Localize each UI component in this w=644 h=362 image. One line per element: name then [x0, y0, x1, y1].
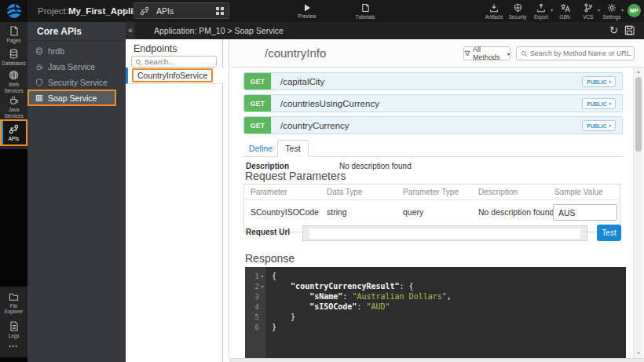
artifacts-label: Artifacts: [485, 14, 503, 20]
sidebar-item-java-services[interactable]: Java Services: [0, 94, 27, 119]
horizontal-scrollbar[interactable]: [229, 358, 644, 362]
response-code-editor[interactable]: 1▾ 2▾ 3 4 5 6 { "countryCurrencyResult":…: [245, 267, 626, 358]
endpoints-title: Endpoints: [134, 43, 177, 54]
refresh-icon[interactable]: ↻: [609, 22, 618, 39]
core-api-item-label: Security Service: [48, 78, 108, 87]
core-api-item-label: hrdb: [48, 46, 64, 56]
scroll-down-icon[interactable]: ▼: [634, 350, 643, 355]
column-header: Data Type: [327, 185, 362, 200]
tutorials-label: Tutorials: [356, 14, 375, 20]
app-logo[interactable]: [0, 0, 27, 22]
wavemaker-logo-icon: [6, 3, 22, 19]
settings-gear-icon: [607, 3, 617, 13]
vcs-button[interactable]: VCS ▾: [576, 2, 600, 21]
sidebar-item-pages[interactable]: Pages: [0, 24, 27, 46]
tab-define[interactable]: Define: [246, 140, 276, 157]
core-apis-title: Core APIs: [27, 22, 126, 41]
collapse-panel-button[interactable]: «: [126, 22, 135, 39]
preview-label: Preview: [298, 13, 316, 19]
endpoint-path: /countryCurrency: [280, 121, 349, 130]
preview-button[interactable]: Preview: [290, 2, 324, 21]
core-api-item-security-service[interactable]: Security Service: [27, 75, 126, 90]
selected-indicator: [2, 121, 3, 144]
endpoint-item-label: CountryInfoService: [132, 68, 213, 82]
fold-icon[interactable]: ▾: [259, 273, 265, 279]
request-url-box: [302, 225, 587, 241]
sidebar-item-file-explorer[interactable]: File Explorer: [0, 290, 27, 316]
method-search-input[interactable]: [530, 48, 632, 59]
shield-icon: [35, 79, 43, 86]
test-button[interactable]: Test: [597, 225, 621, 241]
sidebar-item-label: Databases: [2, 60, 25, 67]
save-icon[interactable]: [624, 25, 635, 35]
apps-grid-icon[interactable]: [216, 7, 224, 15]
dropdown-caret-icon: ▾: [609, 123, 611, 128]
sidebar-item-label: APIs: [9, 136, 19, 142]
security-button[interactable]: Security: [506, 2, 529, 21]
coffee-icon: [9, 95, 19, 105]
search-icon: [135, 59, 142, 66]
user-avatar[interactable]: MP: [628, 4, 641, 17]
sidebar-more-button[interactable]: •••: [0, 343, 27, 349]
access-dropdown[interactable]: PUBLIC ▾: [582, 76, 616, 87]
settings-label: Settings: [603, 14, 621, 20]
sidebar-top-group: Pages Databases Web Services: [0, 22, 27, 149]
settings-button[interactable]: Settings ▾: [600, 2, 624, 21]
i18n-label: I18N: [559, 14, 569, 20]
sample-value-input[interactable]: [553, 204, 617, 221]
core-apis-panel: Core APIs hrdb Java Service Security Ser…: [27, 22, 126, 362]
table-header-row: Parameter Data Type Parameter Type Descr…: [244, 185, 620, 200]
param-description: No description found: [478, 200, 554, 225]
export-button[interactable]: Export ▾: [529, 2, 553, 21]
core-api-item-java-service[interactable]: Java Service: [27, 59, 126, 75]
methods-filter-dropdown[interactable]: All Methods ▾: [463, 46, 510, 60]
column-header: Description: [478, 185, 518, 200]
response-title: Response: [245, 252, 295, 265]
sidebar-item-apis[interactable]: APIs: [0, 119, 27, 146]
column-header: Parameter: [251, 185, 287, 200]
preview-play-icon: [303, 4, 311, 12]
endpoint-row-countrycurrency[interactable]: GET /countryCurrency PUBLIC ▾: [243, 116, 623, 134]
security-shield-icon: [514, 3, 522, 13]
sidebar-item-web-services[interactable]: Web Services: [0, 69, 27, 94]
i18n-button[interactable]: I18N: [553, 2, 576, 21]
access-dropdown[interactable]: PUBLIC ▾: [582, 98, 616, 109]
dropdown-caret-icon: ▾: [609, 79, 611, 84]
sidebar-item-logs[interactable]: Logs: [0, 318, 27, 342]
method-search-box: [516, 46, 635, 60]
artifacts-button[interactable]: Artifacts: [482, 2, 506, 21]
core-api-item-hrdb[interactable]: hrdb: [27, 43, 126, 59]
vcs-branch-icon: [584, 3, 593, 13]
sidebar-item-label: Java Services: [0, 107, 27, 119]
application-breadcrumb: Application: PM_10 > Soap Service: [154, 22, 284, 39]
gutter-line: 4: [245, 302, 265, 312]
column-header: Parameter Type: [403, 185, 459, 200]
param-type: query: [403, 200, 423, 225]
endpoints-search-input[interactable]: [145, 57, 215, 67]
main-content: /countryInfo All Methods ▾ GET /capitalC…: [223, 39, 644, 362]
param-name: SCountryISOCode: [251, 200, 319, 225]
core-api-item-label: Java Service: [48, 62, 95, 71]
api-icon: [140, 6, 149, 16]
scroll-up-icon[interactable]: ▲: [634, 69, 643, 74]
left-sidebar: Pages Databases Web Services: [0, 22, 27, 362]
dropdown-caret-icon: ▾: [609, 101, 611, 106]
vertical-scrollbar[interactable]: ▲ ▼: [633, 68, 643, 358]
endpoint-item-countryinfoservice[interactable]: CountryInfoService: [126, 68, 223, 84]
gutter-line: 3: [245, 291, 265, 302]
editor-code-area[interactable]: { "countryCurrencyResult": { "sName": "A…: [265, 267, 626, 358]
access-dropdown[interactable]: PUBLIC ▾: [582, 120, 616, 131]
fold-icon[interactable]: ▾: [259, 283, 265, 289]
core-api-item-soap-service[interactable]: Soap Service: [27, 90, 116, 106]
request-url-input[interactable]: [309, 229, 580, 239]
endpoint-row-countriesusingcurrency[interactable]: GET /countriesUsingCurrency PUBLIC ▾: [243, 94, 623, 112]
sidebar-item-databases[interactable]: Databases: [0, 46, 27, 69]
core-api-item-label: Soap Service: [48, 93, 97, 103]
workspace-tab-apis[interactable]: APIs: [134, 2, 229, 19]
endpoint-row-capitalcity[interactable]: GET /capitalCity PUBLIC ▾: [243, 72, 623, 90]
tutorials-button[interactable]: Tutorials: [348, 2, 382, 21]
tab-test[interactable]: Test: [277, 140, 309, 157]
request-parameters-title: Request Parameters: [245, 170, 346, 182]
search-icon: [521, 50, 528, 57]
scrollbar-thumb[interactable]: [635, 77, 642, 152]
